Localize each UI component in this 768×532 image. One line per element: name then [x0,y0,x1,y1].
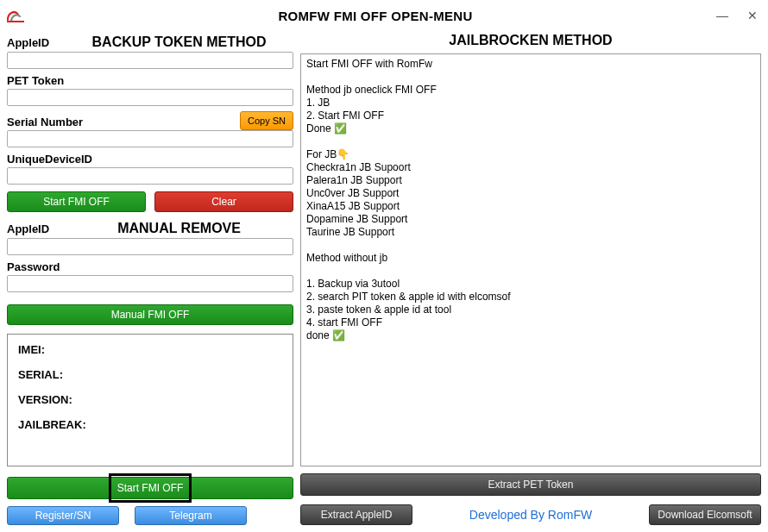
extract-apple-button[interactable]: Extract AppleID [300,504,412,525]
start-fmi-button[interactable]: Start FMI OFF [7,191,146,212]
manual-remove-title: MANUAL REMOVE [65,221,293,236]
download-elcomsoft-button[interactable]: Download Elcomsoft [649,504,761,525]
version-label: VERSION: [18,393,282,406]
right-panel: JAILBROCKEN METHOD Start FMI OFF with Ro… [300,31,761,525]
jailbreak-label: JAILBREAK: [18,418,282,431]
pet-token-input[interactable] [7,89,293,106]
manual-fmi-button[interactable]: Manual FMI OFF [7,304,293,325]
udid-label: UniqueDeviceID [7,153,293,166]
start-fmi-big-button[interactable]: Start FMI OFF [7,477,293,499]
left-panel: AppleID BACKUP TOKEN METHOD PET Token Se… [7,31,293,525]
manual-apple-id-input[interactable] [7,238,293,255]
info-serial-label: SERIAL: [18,368,282,381]
imei-label: IMEI: [18,343,282,356]
pet-token-label: PET Token [7,74,293,87]
manual-apple-id-label: AppleID [7,222,49,235]
minimize-icon[interactable]: — [716,9,728,22]
svg-rect-0 [7,21,24,22]
register-sn-button[interactable]: Register/SN [7,506,119,525]
apple-id-input[interactable] [7,52,293,69]
log-output[interactable]: Start FMI OFF with RomFw Method jb onecl… [300,53,761,466]
password-label: Password [7,260,293,273]
copy-sn-button[interactable]: Copy SN [240,111,293,130]
password-input[interactable] [7,275,293,292]
jailbroken-title: JAILBROCKEN METHOD [300,33,761,48]
udid-input[interactable] [7,167,293,185]
clear-button[interactable]: Clear [154,191,293,212]
apple-id-label: AppleID [7,36,49,49]
backup-token-title: BACKUP TOKEN METHOD [65,34,293,50]
device-info-box: IMEI: SERIAL: VERSION: JAILBREAK: [7,334,293,466]
close-icon[interactable]: ✕ [747,9,758,22]
developed-by-label: Developed By RomFW [425,508,637,522]
app-logo [3,3,28,28]
window-title: ROMFW FMI OFF OPEN-MENU [35,9,716,23]
telegram-button[interactable]: Telegram [135,506,247,525]
serial-label: Serial Number [7,116,236,128]
titlebar: ROMFW FMI OFF OPEN-MENU — ✕ [0,0,768,31]
serial-input[interactable] [7,130,293,147]
extract-pet-button[interactable]: Extract PET Token [300,473,761,496]
